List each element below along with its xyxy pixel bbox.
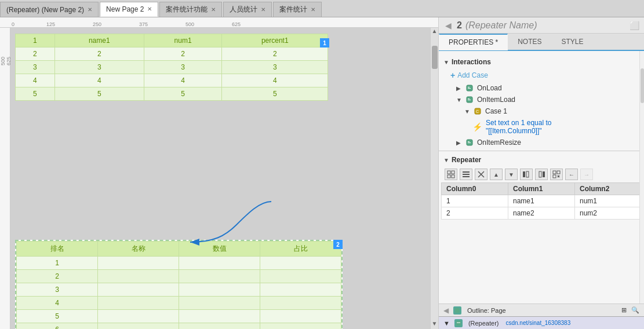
toolbar-list-view[interactable] bbox=[460, 169, 472, 180]
ruler-tick-250: 250 bbox=[93, 21, 101, 27]
toolbar-move-down[interactable]: ▼ bbox=[505, 169, 518, 180]
table-row: 5 bbox=[17, 310, 341, 323]
inspector-scrollbar-thumb[interactable] bbox=[641, 68, 644, 103]
table-row: 6 bbox=[17, 323, 341, 330]
toolbar-col-left[interactable] bbox=[520, 169, 533, 180]
repeater-toggle[interactable]: ▼ bbox=[443, 157, 449, 163]
table1: 1 name1 num1 percent1 2 2 2 2 bbox=[15, 34, 328, 101]
table-cell: 5 bbox=[17, 310, 98, 323]
inspector-expand-button[interactable]: ⬜ bbox=[630, 21, 639, 30]
tab-case-stats-close[interactable]: ✕ bbox=[211, 7, 216, 13]
tab-case-stats2-close[interactable]: ✕ bbox=[311, 7, 315, 13]
table-row: 3 3 3 3 bbox=[16, 61, 328, 74]
tab-style[interactable]: STYLE bbox=[551, 34, 593, 50]
toolbar-prev[interactable]: ← bbox=[565, 169, 578, 180]
toolbar-move-up[interactable]: ▲ bbox=[490, 169, 503, 180]
inspector-panel: ◀ 2 (Repeater Name) ⬜ PROPERTIES * NOTES… bbox=[438, 17, 644, 329]
repeater-table-cell: num2 bbox=[575, 207, 642, 220]
outline-footer-bar: ▼ (Repeater) csdn.net/sinat_16308383 bbox=[439, 316, 644, 329]
repeater-table-cell: 1 bbox=[442, 195, 508, 207]
inspector-scrollbar[interactable] bbox=[639, 51, 644, 304]
scroll-up-arrow[interactable]: ▲ bbox=[432, 28, 438, 34]
repeater-footer-icon bbox=[454, 319, 463, 327]
table-cell: 3 bbox=[144, 61, 222, 74]
add-case-row[interactable]: + Add Case bbox=[439, 68, 644, 82]
svg-text:C: C bbox=[476, 109, 479, 114]
onitemresize-event[interactable]: ▶ OnItemResize bbox=[439, 137, 644, 148]
onitemload-event[interactable]: ▼ OnItemLoad bbox=[439, 94, 644, 105]
canvas-area[interactable]: 0 125 250 375 500 625 500 625 750 bbox=[0, 17, 438, 329]
table-cell bbox=[98, 257, 179, 270]
table2-header-col4: 占比 bbox=[260, 242, 341, 257]
inspector-content[interactable]: ▼ Interactions + Add Case ▶ OnLoad ▼ bbox=[439, 51, 644, 304]
interactions-toggle[interactable]: ▼ bbox=[443, 59, 449, 65]
arrow-annotation bbox=[155, 196, 271, 242]
table1-widget[interactable]: 1 name1 num1 percent1 2 2 2 2 bbox=[15, 34, 328, 101]
bottom-filter-icon[interactable]: ⊞ bbox=[621, 306, 627, 314]
table2: 排名 名称 数值 占比 1 bbox=[16, 241, 341, 329]
table-cell: 4 bbox=[222, 74, 328, 87]
tab-newpage2-close[interactable]: ✕ bbox=[147, 6, 152, 12]
tab-case-stats2-label: 案件统计 bbox=[279, 5, 307, 14]
tab-repeater-close[interactable]: ✕ bbox=[88, 7, 92, 13]
tab-case-stats[interactable]: 案件统计功能 ✕ bbox=[159, 2, 222, 17]
table2-header-col2: 名称 bbox=[98, 242, 179, 257]
canvas-scrollbar-vertical[interactable]: ▲ ▼ bbox=[430, 28, 438, 329]
table-cell: 3 bbox=[54, 61, 144, 74]
tab-notes[interactable]: NOTES bbox=[508, 34, 551, 50]
inspector-tabs: PROPERTIES * NOTES STYLE bbox=[439, 34, 644, 51]
repeater-table-row[interactable]: 2 name2 num2 bbox=[442, 207, 642, 220]
interactions-section-header: ▼ Interactions bbox=[439, 56, 644, 68]
table-cell: 2 bbox=[144, 47, 222, 61]
tab-personnel[interactable]: 人员统计 ✕ bbox=[223, 2, 272, 17]
toolbar-col-right[interactable] bbox=[535, 169, 548, 180]
onload-toggle[interactable]: ▶ bbox=[456, 85, 462, 92]
toolbar-next[interactable]: → bbox=[580, 169, 593, 180]
table-cell: 3 bbox=[222, 61, 328, 74]
table-row: 1 bbox=[17, 257, 341, 270]
onload-event[interactable]: ▶ OnLoad bbox=[439, 82, 644, 94]
repeater-col1-header: Column1 bbox=[508, 183, 575, 195]
inspector-back-button[interactable]: ◀ bbox=[443, 21, 453, 30]
tab-personnel-close[interactable]: ✕ bbox=[261, 7, 265, 13]
bottom-search-icon[interactable]: 🔍 bbox=[631, 306, 639, 314]
toolbar-remove[interactable] bbox=[475, 169, 487, 180]
ruler-tick-125: 125 bbox=[46, 21, 55, 27]
table-cell: 5 bbox=[54, 87, 144, 101]
table1-header-col3: num1 bbox=[144, 34, 222, 47]
toolbar-grid-view[interactable] bbox=[445, 169, 457, 180]
table2-badge: 2 bbox=[333, 240, 343, 249]
tab-newpage2[interactable]: New Page 2 ✕ bbox=[100, 2, 158, 17]
svg-rect-10 bbox=[468, 141, 470, 142]
case1-item[interactable]: ▼ C Case 1 bbox=[439, 105, 644, 117]
tab-properties[interactable]: PROPERTIES * bbox=[439, 34, 508, 50]
onitemresize-icon bbox=[465, 138, 474, 147]
table2-widget[interactable]: 排名 名称 数值 占比 1 bbox=[15, 240, 343, 329]
action-set-text[interactable]: ⚡ Set text on 1 equal to "[[Item.Column0… bbox=[439, 117, 644, 137]
onitemresize-label: OnItemResize bbox=[477, 138, 521, 147]
action-text: Set text on 1 equal to "[[Item.Column0]]… bbox=[486, 119, 551, 135]
table-cell bbox=[260, 323, 341, 330]
repeater-label: Repeater bbox=[452, 156, 481, 164]
table-cell: 4 bbox=[54, 74, 144, 87]
tab-case-stats2[interactable]: 案件统计 ✕ bbox=[273, 2, 322, 17]
table-row: 5 5 5 5 bbox=[16, 87, 328, 101]
onitemload-toggle[interactable]: ▼ bbox=[456, 97, 462, 103]
repeater-table-row[interactable]: 1 name1 num1 bbox=[442, 195, 642, 207]
canvas-content: 1 name1 num1 percent1 2 2 2 2 bbox=[10, 28, 438, 329]
ruler-vertical: 500 625 750 bbox=[0, 28, 10, 329]
svg-rect-2 bbox=[468, 87, 470, 87]
scroll-thumb[interactable] bbox=[432, 46, 438, 69]
svg-rect-26 bbox=[557, 171, 560, 174]
table-cell bbox=[260, 283, 341, 297]
scroll-down-arrow[interactable]: ▼ bbox=[432, 320, 438, 327]
svg-rect-25 bbox=[553, 171, 556, 174]
repeater-table-cell: num1 bbox=[575, 195, 642, 207]
toolbar-grid-remove[interactable] bbox=[550, 169, 563, 180]
bottom-nav-back[interactable]: ◀ bbox=[443, 306, 449, 315]
onitemresize-toggle[interactable]: ▶ bbox=[456, 140, 462, 146]
tab-repeater[interactable]: (Repeater) (New Page 2) ✕ bbox=[0, 2, 99, 17]
outline-footer-toggle[interactable]: ▼ bbox=[443, 320, 450, 327]
case1-toggle[interactable]: ▼ bbox=[464, 108, 470, 115]
table-cell bbox=[179, 283, 260, 297]
